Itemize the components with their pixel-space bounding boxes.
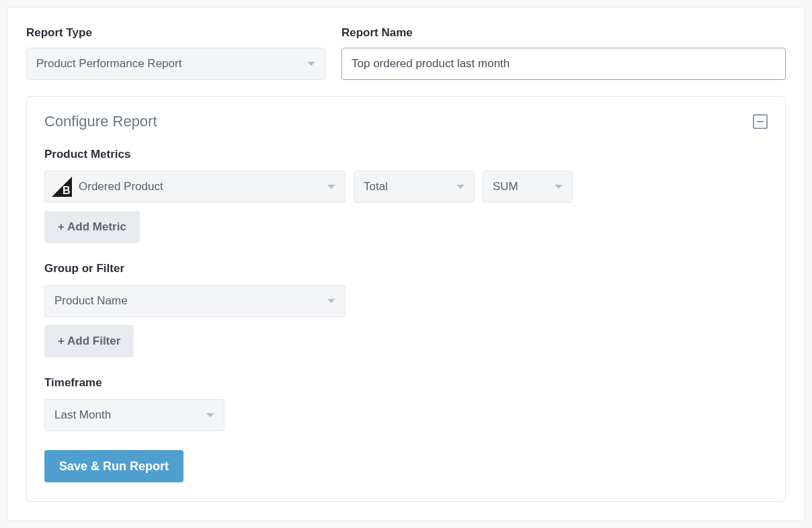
metric-row: B Ordered Product Total SUM [44, 171, 768, 203]
function-select[interactable]: SUM [483, 171, 573, 203]
group-select[interactable]: Product Name [44, 285, 346, 317]
minus-icon [757, 121, 764, 122]
report-name-label: Report Name [341, 26, 786, 40]
chevron-down-icon [307, 62, 315, 66]
report-type-field: Report Type Product Performance Report [26, 26, 325, 80]
chevron-down-icon [555, 185, 563, 189]
timeframe-select[interactable]: Last Month [44, 399, 225, 431]
header-row: Report Type Product Performance Report R… [26, 26, 786, 80]
aggregate-value: Total [364, 180, 388, 193]
metric-select[interactable]: B Ordered Product [44, 171, 346, 203]
add-filter-button[interactable]: + Add Filter [44, 325, 134, 357]
chevron-down-icon [327, 299, 335, 303]
group-value: Product Name [54, 294, 128, 308]
chevron-down-icon [206, 413, 214, 417]
report-type-value: Product Performance Report [36, 57, 181, 71]
group-filter-label: Group or Filter [44, 262, 768, 275]
report-name-field: Report Name [341, 26, 786, 80]
timeframe-section: Timeframe Last Month [44, 376, 768, 431]
product-metrics-label: Product Metrics [44, 148, 768, 161]
product-metrics-section: Product Metrics B Ordered Product [44, 148, 768, 243]
collapse-button[interactable] [753, 114, 768, 129]
report-type-select[interactable]: Product Performance Report [26, 48, 325, 80]
svg-text:B: B [63, 185, 71, 196]
source-b-icon: B [52, 177, 72, 197]
panel-header: Configure Report [44, 113, 768, 130]
aggregate-select[interactable]: Total [354, 171, 475, 203]
timeframe-row: Last Month [44, 399, 768, 431]
chevron-down-icon [327, 185, 335, 189]
function-value: SUM [493, 180, 518, 193]
save-run-button[interactable]: Save & Run Report [44, 450, 184, 482]
timeframe-label: Timeframe [44, 376, 768, 390]
panel-title: Configure Report [44, 113, 157, 130]
timeframe-value: Last Month [54, 408, 111, 422]
chevron-down-icon [456, 185, 464, 189]
report-type-label: Report Type [26, 26, 325, 40]
group-filter-section: Group or Filter Product Name + Add Filte… [44, 262, 768, 357]
report-card: Report Type Product Performance Report R… [7, 7, 805, 521]
add-metric-button[interactable]: + Add Metric [44, 211, 140, 243]
configure-panel: Configure Report Product Metrics B [26, 96, 786, 502]
group-row: Product Name [44, 285, 768, 317]
metric-value: Ordered Product [79, 180, 163, 193]
report-name-input[interactable] [341, 48, 786, 80]
